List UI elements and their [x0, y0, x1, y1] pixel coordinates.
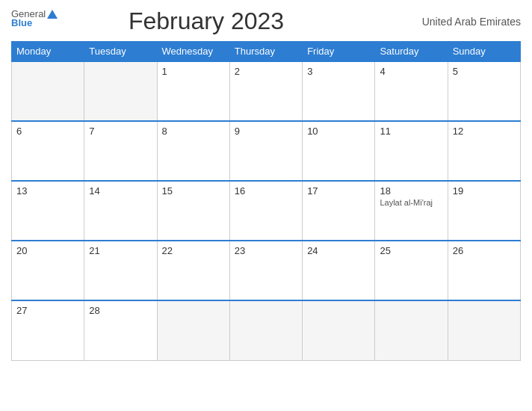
day-number: 14: [89, 185, 152, 197]
table-row: 2: [229, 61, 302, 121]
calendar-week-row: 20212223242526: [12, 241, 521, 300]
table-row: 1: [157, 61, 229, 121]
day-number: 18: [380, 185, 442, 197]
day-number: 17: [307, 185, 370, 197]
logo-blue-text: Blue: [11, 18, 32, 28]
day-number: 1: [162, 66, 225, 77]
day-number: 27: [16, 305, 79, 316]
day-number: 13: [16, 185, 79, 197]
table-row: [229, 300, 302, 360]
day-number: 4: [380, 66, 442, 77]
table-row: 28: [84, 300, 157, 360]
table-row: 4: [375, 61, 448, 121]
table-row: [448, 300, 520, 360]
day-number: 2: [235, 66, 297, 77]
table-row: 22: [157, 241, 229, 300]
calendar-table: Monday Tuesday Wednesday Thursday Friday…: [11, 41, 521, 361]
table-row: 14: [84, 181, 157, 241]
table-row: 27: [12, 300, 84, 360]
table-row: 21: [84, 241, 157, 300]
table-row: 5: [448, 61, 520, 121]
calendar-week-row: 6789101112: [12, 121, 521, 181]
table-row: 9: [229, 121, 302, 181]
table-row: 12: [448, 121, 520, 181]
day-number: 15: [162, 185, 225, 197]
col-sunday: Sunday: [448, 42, 520, 62]
table-row: 26: [448, 241, 520, 300]
table-row: 17: [303, 181, 375, 241]
day-number: 21: [89, 245, 152, 256]
day-number: 22: [162, 245, 225, 256]
table-row: 13: [12, 181, 84, 241]
table-row: 15: [157, 181, 229, 241]
day-number: 5: [453, 66, 516, 77]
day-number: 26: [453, 245, 516, 256]
day-number: 10: [307, 126, 370, 137]
col-saturday: Saturday: [375, 42, 448, 62]
table-row: 8: [157, 121, 229, 181]
day-number: 20: [16, 245, 79, 256]
table-row: 10: [303, 121, 375, 181]
calendar-week-row: 131415161718Laylat al-Mi'raj19: [12, 181, 521, 241]
day-number: 12: [453, 126, 516, 137]
day-number: 3: [307, 66, 370, 77]
page-title: February 2023: [11, 7, 401, 35]
day-number: 16: [235, 185, 297, 197]
table-row: 24: [303, 241, 375, 300]
table-row: [84, 61, 157, 121]
country-label: United Arab Emirates: [401, 16, 521, 28]
calendar-week-row: 12345: [12, 61, 521, 121]
table-row: 18Laylat al-Mi'raj: [375, 181, 448, 241]
table-row: 3: [303, 61, 375, 121]
table-row: 19: [448, 181, 520, 241]
calendar-event: Laylat al-Mi'raj: [380, 198, 442, 207]
day-number: 24: [307, 245, 370, 256]
table-row: 23: [229, 241, 302, 300]
table-row: 11: [375, 121, 448, 181]
day-number: 19: [453, 185, 516, 197]
table-row: [375, 300, 448, 360]
day-number: 8: [162, 126, 225, 137]
table-row: 25: [375, 241, 448, 300]
calendar-week-row: 2728: [12, 300, 521, 360]
page: General General Blue February 2023 Unite…: [0, 0, 532, 411]
col-friday: Friday: [303, 42, 375, 62]
day-number: 28: [89, 305, 152, 316]
calendar-header-row: Monday Tuesday Wednesday Thursday Friday…: [12, 42, 521, 62]
table-row: 16: [229, 181, 302, 241]
col-wednesday: Wednesday: [157, 42, 229, 62]
day-number: 23: [235, 245, 297, 256]
table-row: [303, 300, 375, 360]
day-number: 25: [380, 245, 442, 256]
day-number: 6: [16, 126, 79, 137]
table-row: 7: [84, 121, 157, 181]
day-number: 7: [89, 126, 152, 137]
day-number: 11: [380, 126, 442, 137]
table-row: [157, 300, 229, 360]
table-row: 6: [12, 121, 84, 181]
table-row: 20: [12, 241, 84, 300]
col-monday: Monday: [12, 42, 84, 62]
col-thursday: Thursday: [229, 42, 302, 62]
col-tuesday: Tuesday: [84, 42, 157, 62]
header: General General Blue February 2023 Unite…: [11, 7, 521, 35]
table-row: [12, 61, 84, 121]
day-number: 9: [235, 126, 297, 137]
